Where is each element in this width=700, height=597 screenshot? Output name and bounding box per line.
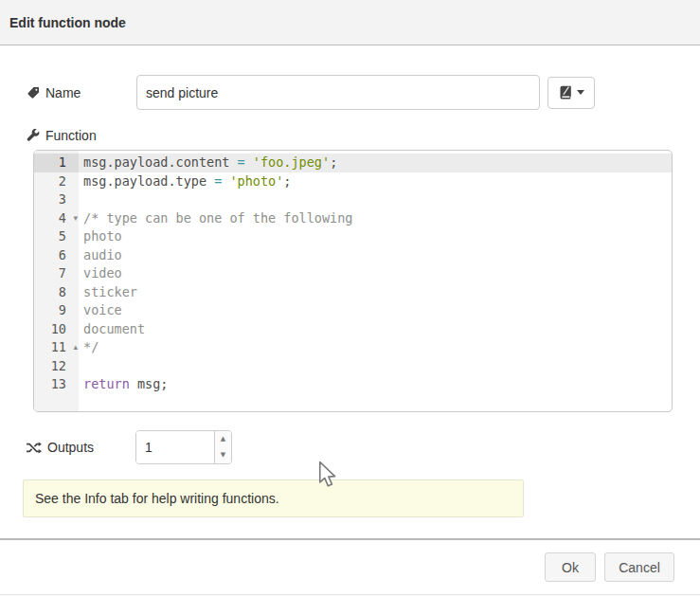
- code-line[interactable]: video: [79, 264, 672, 283]
- info-tip: See the Info tab for help writing functi…: [23, 479, 524, 517]
- caret-down-icon: [577, 90, 584, 95]
- name-label-text: Name: [45, 85, 81, 100]
- code-line[interactable]: */: [79, 338, 672, 357]
- code-editor-gutter: 1234▾567891011▴1213: [34, 151, 79, 411]
- dialog-title: Edit function node: [9, 15, 126, 30]
- code-line[interactable]: audio: [79, 246, 672, 265]
- code-line[interactable]: [79, 190, 672, 209]
- code-editor-lines[interactable]: msg.payload.content = 'foo.jpeg';msg.pay…: [79, 151, 672, 411]
- code-line[interactable]: msg.payload.content = 'foo.jpeg';: [79, 154, 672, 172]
- gutter-line-number: 8: [34, 283, 79, 302]
- dialog-footer: Ok Cancel: [0, 538, 700, 582]
- shuffle-icon: [27, 442, 42, 454]
- name-row: Name: [27, 75, 700, 110]
- gutter-line-number: 2: [34, 172, 79, 191]
- code-line[interactable]: [79, 357, 672, 376]
- ok-button[interactable]: Ok: [545, 552, 596, 582]
- gutter-line-number: 13: [34, 375, 79, 394]
- cancel-button[interactable]: Cancel: [604, 552, 674, 582]
- gutter-line-number: 6: [34, 246, 79, 265]
- code-editor[interactable]: 1234▾567891011▴1213 msg.payload.content …: [33, 150, 673, 412]
- code-line[interactable]: msg.payload.type = 'photo';: [79, 172, 672, 191]
- gutter-line-number: 9: [34, 301, 79, 320]
- gutter-line-number: 12: [34, 357, 79, 376]
- outputs-spinner: ▲ ▼: [135, 430, 232, 464]
- gutter-line-number: 1: [34, 154, 79, 172]
- gutter-line-number: 4▾: [34, 209, 79, 228]
- function-label-text: Function: [45, 128, 97, 143]
- tag-icon: [27, 86, 40, 100]
- code-line[interactable]: /* type can be one of the following: [79, 209, 672, 228]
- fold-open-icon[interactable]: ▾: [73, 209, 78, 228]
- dialog-bottom-edge: [0, 594, 700, 595]
- code-line[interactable]: return msg;: [79, 375, 672, 394]
- info-tip-text: See the Info tab for help writing functi…: [35, 491, 279, 506]
- library-button[interactable]: [547, 77, 595, 109]
- gutter-line-number: 7: [34, 264, 79, 283]
- gutter-line-number: 10: [34, 320, 79, 339]
- gutter-line-number: 3: [34, 190, 79, 209]
- edit-function-node-dialog: Edit function node Name Function: [0, 0, 700, 597]
- gutter-line-number: 11▴: [34, 338, 79, 357]
- name-label: Name: [27, 85, 136, 100]
- code-line[interactable]: sticker: [79, 283, 672, 302]
- code-line[interactable]: photo: [79, 227, 672, 246]
- spinner-buttons: ▲ ▼: [214, 431, 231, 463]
- function-label: Function: [27, 128, 97, 143]
- book-icon: [559, 85, 572, 100]
- outputs-row: Outputs ▲ ▼: [27, 430, 700, 464]
- function-label-row: Function: [27, 128, 700, 143]
- spinner-up-button[interactable]: ▲: [215, 431, 231, 447]
- name-input[interactable]: [136, 75, 540, 110]
- outputs-label-text: Outputs: [47, 440, 94, 455]
- spinner-down-button[interactable]: ▼: [215, 447, 231, 463]
- dialog-header: Edit function node: [0, 0, 700, 45]
- outputs-label: Outputs: [27, 440, 135, 455]
- outputs-input[interactable]: [136, 431, 214, 463]
- code-line[interactable]: voice: [79, 301, 672, 320]
- code-line[interactable]: document: [79, 320, 672, 339]
- gutter-line-number: 5: [34, 227, 79, 246]
- fold-close-icon[interactable]: ▴: [73, 338, 78, 357]
- wrench-icon: [27, 129, 40, 142]
